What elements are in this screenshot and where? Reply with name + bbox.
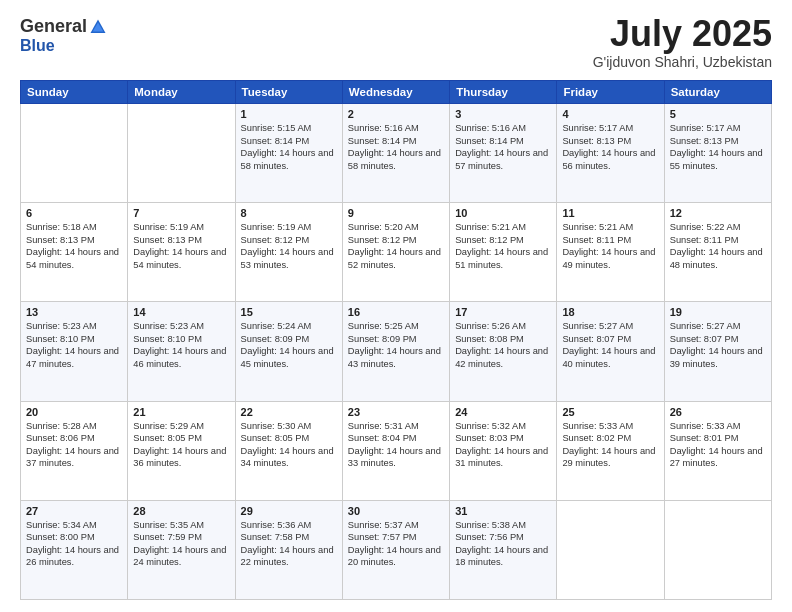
calendar-cell: 8Sunrise: 5:19 AM Sunset: 8:12 PM Daylig… <box>235 203 342 302</box>
logo-blue-text: Blue <box>20 37 55 55</box>
calendar-cell: 13Sunrise: 5:23 AM Sunset: 8:10 PM Dayli… <box>21 302 128 401</box>
calendar-cell <box>664 500 771 599</box>
day-number: 22 <box>241 406 337 418</box>
calendar-cell: 26Sunrise: 5:33 AM Sunset: 8:01 PM Dayli… <box>664 401 771 500</box>
calendar-cell: 25Sunrise: 5:33 AM Sunset: 8:02 PM Dayli… <box>557 401 664 500</box>
cell-details: Sunrise: 5:21 AM Sunset: 8:11 PM Dayligh… <box>562 221 658 271</box>
cell-details: Sunrise: 5:37 AM Sunset: 7:57 PM Dayligh… <box>348 519 444 569</box>
day-number: 23 <box>348 406 444 418</box>
day-number: 20 <box>26 406 122 418</box>
day-number: 25 <box>562 406 658 418</box>
calendar-cell: 19Sunrise: 5:27 AM Sunset: 8:07 PM Dayli… <box>664 302 771 401</box>
cell-details: Sunrise: 5:20 AM Sunset: 8:12 PM Dayligh… <box>348 221 444 271</box>
cell-details: Sunrise: 5:16 AM Sunset: 8:14 PM Dayligh… <box>348 122 444 172</box>
page: General Blue July 2025 G'ijduvon Shahri,… <box>0 0 792 612</box>
calendar-cell: 5Sunrise: 5:17 AM Sunset: 8:13 PM Daylig… <box>664 104 771 203</box>
cell-details: Sunrise: 5:27 AM Sunset: 8:07 PM Dayligh… <box>562 320 658 370</box>
cell-details: Sunrise: 5:15 AM Sunset: 8:14 PM Dayligh… <box>241 122 337 172</box>
cell-details: Sunrise: 5:21 AM Sunset: 8:12 PM Dayligh… <box>455 221 551 271</box>
calendar-cell: 6Sunrise: 5:18 AM Sunset: 8:13 PM Daylig… <box>21 203 128 302</box>
day-number: 12 <box>670 207 766 219</box>
day-number: 16 <box>348 306 444 318</box>
calendar-header-row: SundayMondayTuesdayWednesdayThursdayFrid… <box>21 81 772 104</box>
calendar-cell: 30Sunrise: 5:37 AM Sunset: 7:57 PM Dayli… <box>342 500 449 599</box>
cell-details: Sunrise: 5:35 AM Sunset: 7:59 PM Dayligh… <box>133 519 229 569</box>
cell-details: Sunrise: 5:38 AM Sunset: 7:56 PM Dayligh… <box>455 519 551 569</box>
cell-details: Sunrise: 5:33 AM Sunset: 8:01 PM Dayligh… <box>670 420 766 470</box>
day-number: 1 <box>241 108 337 120</box>
header-right: July 2025 G'ijduvon Shahri, Uzbekistan <box>593 16 772 70</box>
cell-details: Sunrise: 5:23 AM Sunset: 8:10 PM Dayligh… <box>26 320 122 370</box>
day-number: 31 <box>455 505 551 517</box>
calendar-cell: 20Sunrise: 5:28 AM Sunset: 8:06 PM Dayli… <box>21 401 128 500</box>
cell-details: Sunrise: 5:29 AM Sunset: 8:05 PM Dayligh… <box>133 420 229 470</box>
calendar-cell: 12Sunrise: 5:22 AM Sunset: 8:11 PM Dayli… <box>664 203 771 302</box>
cell-details: Sunrise: 5:30 AM Sunset: 8:05 PM Dayligh… <box>241 420 337 470</box>
day-number: 27 <box>26 505 122 517</box>
calendar-cell <box>21 104 128 203</box>
cell-details: Sunrise: 5:27 AM Sunset: 8:07 PM Dayligh… <box>670 320 766 370</box>
header-day-tuesday: Tuesday <box>235 81 342 104</box>
day-number: 2 <box>348 108 444 120</box>
cell-details: Sunrise: 5:26 AM Sunset: 8:08 PM Dayligh… <box>455 320 551 370</box>
calendar-cell: 24Sunrise: 5:32 AM Sunset: 8:03 PM Dayli… <box>450 401 557 500</box>
cell-details: Sunrise: 5:19 AM Sunset: 8:13 PM Dayligh… <box>133 221 229 271</box>
calendar-cell: 7Sunrise: 5:19 AM Sunset: 8:13 PM Daylig… <box>128 203 235 302</box>
day-number: 15 <box>241 306 337 318</box>
day-number: 28 <box>133 505 229 517</box>
day-number: 9 <box>348 207 444 219</box>
calendar-cell: 10Sunrise: 5:21 AM Sunset: 8:12 PM Dayli… <box>450 203 557 302</box>
cell-details: Sunrise: 5:32 AM Sunset: 8:03 PM Dayligh… <box>455 420 551 470</box>
calendar-cell: 21Sunrise: 5:29 AM Sunset: 8:05 PM Dayli… <box>128 401 235 500</box>
header-day-saturday: Saturday <box>664 81 771 104</box>
day-number: 13 <box>26 306 122 318</box>
day-number: 7 <box>133 207 229 219</box>
day-number: 10 <box>455 207 551 219</box>
calendar-cell: 9Sunrise: 5:20 AM Sunset: 8:12 PM Daylig… <box>342 203 449 302</box>
logo-icon <box>89 18 107 36</box>
calendar-cell: 14Sunrise: 5:23 AM Sunset: 8:10 PM Dayli… <box>128 302 235 401</box>
calendar-cell: 16Sunrise: 5:25 AM Sunset: 8:09 PM Dayli… <box>342 302 449 401</box>
cell-details: Sunrise: 5:16 AM Sunset: 8:14 PM Dayligh… <box>455 122 551 172</box>
cell-details: Sunrise: 5:33 AM Sunset: 8:02 PM Dayligh… <box>562 420 658 470</box>
calendar-cell: 11Sunrise: 5:21 AM Sunset: 8:11 PM Dayli… <box>557 203 664 302</box>
calendar-cell: 22Sunrise: 5:30 AM Sunset: 8:05 PM Dayli… <box>235 401 342 500</box>
calendar-cell <box>128 104 235 203</box>
calendar-cell: 4Sunrise: 5:17 AM Sunset: 8:13 PM Daylig… <box>557 104 664 203</box>
calendar-cell: 18Sunrise: 5:27 AM Sunset: 8:07 PM Dayli… <box>557 302 664 401</box>
day-number: 17 <box>455 306 551 318</box>
day-number: 14 <box>133 306 229 318</box>
cell-details: Sunrise: 5:31 AM Sunset: 8:04 PM Dayligh… <box>348 420 444 470</box>
calendar-cell: 28Sunrise: 5:35 AM Sunset: 7:59 PM Dayli… <box>128 500 235 599</box>
cell-details: Sunrise: 5:25 AM Sunset: 8:09 PM Dayligh… <box>348 320 444 370</box>
calendar-cell: 29Sunrise: 5:36 AM Sunset: 7:58 PM Dayli… <box>235 500 342 599</box>
calendar-cell: 3Sunrise: 5:16 AM Sunset: 8:14 PM Daylig… <box>450 104 557 203</box>
calendar-cell: 2Sunrise: 5:16 AM Sunset: 8:14 PM Daylig… <box>342 104 449 203</box>
day-number: 5 <box>670 108 766 120</box>
day-number: 8 <box>241 207 337 219</box>
cell-details: Sunrise: 5:17 AM Sunset: 8:13 PM Dayligh… <box>562 122 658 172</box>
day-number: 6 <box>26 207 122 219</box>
day-number: 26 <box>670 406 766 418</box>
location: G'ijduvon Shahri, Uzbekistan <box>593 54 772 70</box>
header: General Blue July 2025 G'ijduvon Shahri,… <box>20 16 772 70</box>
cell-details: Sunrise: 5:28 AM Sunset: 8:06 PM Dayligh… <box>26 420 122 470</box>
cell-details: Sunrise: 5:36 AM Sunset: 7:58 PM Dayligh… <box>241 519 337 569</box>
cell-details: Sunrise: 5:18 AM Sunset: 8:13 PM Dayligh… <box>26 221 122 271</box>
day-number: 11 <box>562 207 658 219</box>
calendar-cell: 15Sunrise: 5:24 AM Sunset: 8:09 PM Dayli… <box>235 302 342 401</box>
logo: General Blue <box>20 16 107 55</box>
day-number: 18 <box>562 306 658 318</box>
calendar-week-row: 20Sunrise: 5:28 AM Sunset: 8:06 PM Dayli… <box>21 401 772 500</box>
day-number: 24 <box>455 406 551 418</box>
cell-details: Sunrise: 5:24 AM Sunset: 8:09 PM Dayligh… <box>241 320 337 370</box>
calendar-cell <box>557 500 664 599</box>
calendar-cell: 1Sunrise: 5:15 AM Sunset: 8:14 PM Daylig… <box>235 104 342 203</box>
day-number: 19 <box>670 306 766 318</box>
calendar-week-row: 1Sunrise: 5:15 AM Sunset: 8:14 PM Daylig… <box>21 104 772 203</box>
day-number: 4 <box>562 108 658 120</box>
calendar-cell: 27Sunrise: 5:34 AM Sunset: 8:00 PM Dayli… <box>21 500 128 599</box>
calendar-cell: 31Sunrise: 5:38 AM Sunset: 7:56 PM Dayli… <box>450 500 557 599</box>
cell-details: Sunrise: 5:17 AM Sunset: 8:13 PM Dayligh… <box>670 122 766 172</box>
month-title: July 2025 <box>593 16 772 52</box>
